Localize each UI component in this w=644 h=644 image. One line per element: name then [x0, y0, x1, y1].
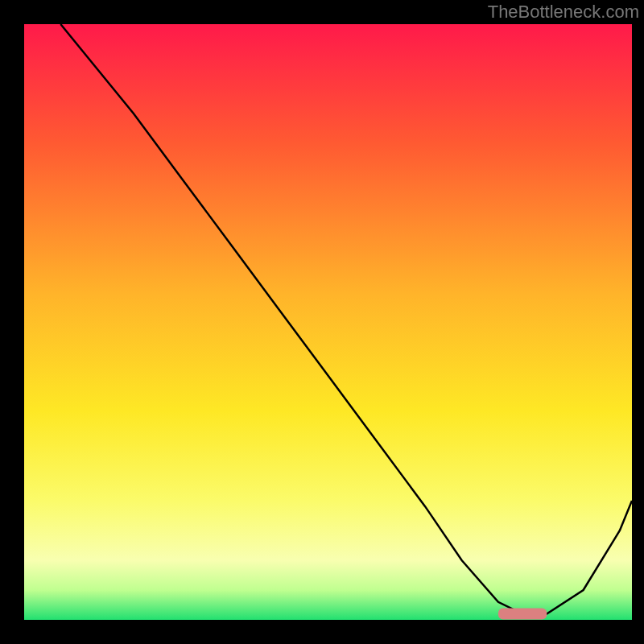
- gradient-background: [24, 24, 632, 620]
- optimal-range-marker: [498, 609, 547, 620]
- chart-plot-area: [24, 24, 632, 620]
- watermark-label: TheBottleneck.com: [488, 2, 639, 23]
- chart-svg: [24, 24, 632, 620]
